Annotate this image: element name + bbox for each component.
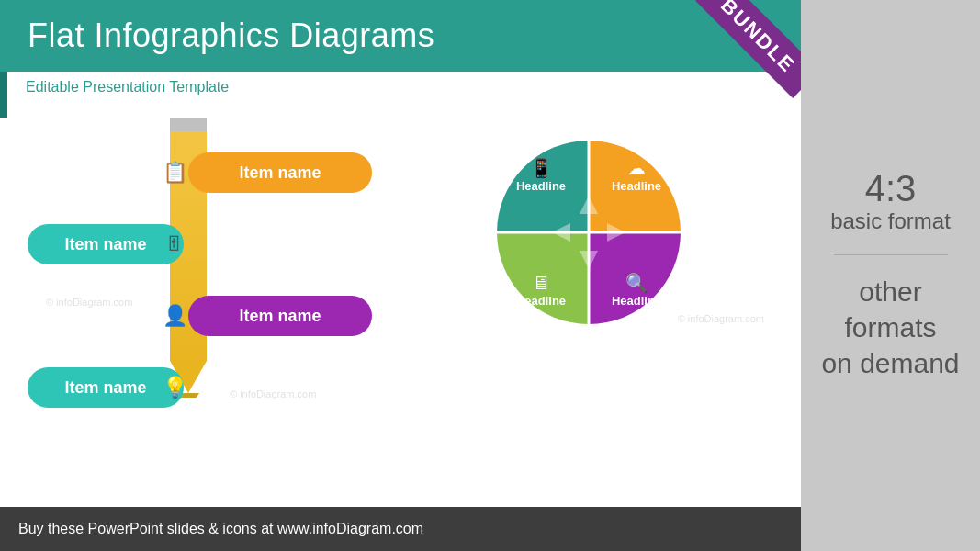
sliders-icon: 🎚 — [164, 232, 185, 256]
bundle-label: BUNDLE — [695, 0, 801, 98]
watermark-pie: © infoDiagram.com — [678, 313, 764, 324]
monitor-icon: 🖥 — [504, 273, 578, 294]
person-icon: 👤 — [163, 304, 187, 328]
list-row-3: 👤 Item name — [28, 293, 377, 339]
other-text: other formats on demand — [821, 274, 959, 381]
person-icon-circle: 👤 — [156, 298, 193, 334]
diagram-area: 📋 Item name Item name 🎚 — [0, 118, 801, 434]
teal-accent — [0, 72, 7, 118]
bundle-banner: BUNDLE — [691, 0, 801, 110]
format-box: 4:3 basic format — [830, 170, 951, 235]
header: Flat Infographics Diagrams — [0, 0, 801, 72]
main-container: BUNDLE Flat Infographics Diagrams Editab… — [0, 0, 980, 551]
right-sidebar: 4:3 basic format other formats on demand — [801, 0, 980, 551]
format-divider — [834, 254, 948, 255]
segment-label-tl: 📱 Headline — [504, 157, 578, 193]
bottom-bar: Buy these PowerPoint slides & icons at w… — [0, 507, 801, 551]
item-pill-3: Item name — [188, 296, 372, 336]
pencil-eraser — [170, 118, 207, 131]
subheader: Editable Presentation Template — [7, 72, 801, 103]
segment-label-bl: 🖥 Headline — [504, 273, 578, 308]
subtitle: Editable Presentation Template — [26, 79, 229, 95]
bottom-text: Buy these PowerPoint slides & icons at w… — [18, 521, 801, 537]
lightbulb-icon: 💡 — [163, 376, 187, 399]
lightbulb-icon-circle: 💡 — [156, 369, 193, 406]
pie-container: 📱 Headline ☁ Headline 🖥 Headline — [488, 131, 690, 333]
search-icon: 🔍 — [600, 272, 673, 294]
format-ratio: 4:3 — [830, 170, 951, 207]
segment-label-tr: ☁ Headline — [600, 157, 673, 193]
clipboard-icon-circle: 📋 — [156, 154, 193, 191]
phone-icon: 📱 — [504, 157, 578, 179]
other-box: other formats on demand — [821, 274, 959, 381]
header-title: Flat Infographics Diagrams — [28, 17, 773, 55]
pencil-diagram: 📋 Item name Item name 🎚 — [28, 131, 377, 425]
cloud-icon: ☁ — [600, 157, 673, 179]
pie-area: 📱 Headline ☁ Headline 🖥 Headline — [395, 131, 783, 333]
item-pill-1: Item name — [188, 152, 372, 193]
format-label: basic format — [830, 207, 951, 235]
segment-label-br: 🔍 Headline — [600, 272, 673, 308]
clipboard-icon: 📋 — [163, 161, 187, 185]
list-row-1: 📋 Item name — [28, 150, 377, 196]
sliders-icon-circle: 🎚 — [156, 226, 193, 263]
content-area: BUNDLE Flat Infographics Diagrams Editab… — [0, 0, 801, 551]
